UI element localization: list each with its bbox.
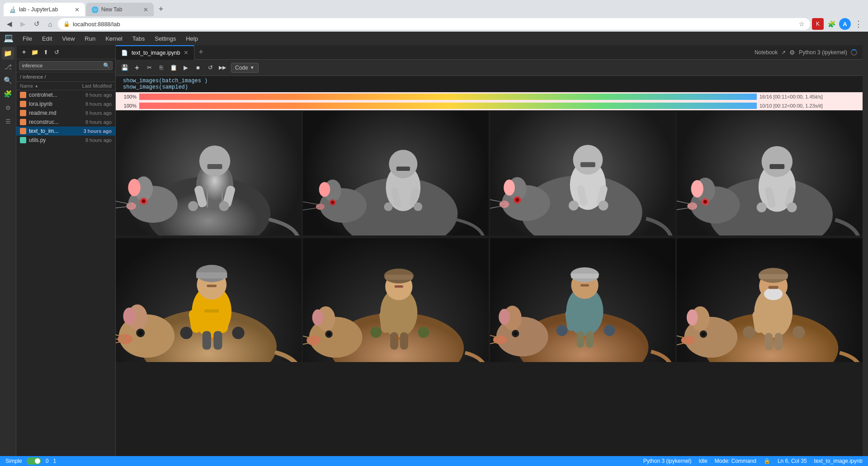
svg-rect-60 [580, 162, 595, 167]
col-name-header[interactable]: Name ▲ [20, 83, 71, 89]
tab-close-icon[interactable]: ✕ [75, 6, 80, 13]
sidebar-icon-files[interactable]: 📁 [2, 47, 14, 60]
scrollbar-area[interactable] [863, 45, 868, 456]
status-error-count: 0 [46, 458, 49, 464]
svg-rect-16 [208, 164, 222, 169]
file-icon-reconstruc [20, 119, 26, 125]
human-rat-svg-2 [303, 238, 489, 362]
tab2-label: New Tab [101, 6, 141, 13]
svg-point-147 [514, 332, 517, 335]
file-item-reconstruc[interactable]: reconstruc... 8 hours ago [16, 118, 115, 127]
svg-rect-158 [571, 273, 598, 278]
col-modified-header[interactable]: Last Modified [71, 83, 112, 89]
menu-file[interactable]: File [18, 34, 37, 43]
status-toggle[interactable] [27, 457, 41, 465]
address-bar[interactable]: 🔒 localhost:8888/lab ☆ [58, 18, 810, 30]
paste-cell-button[interactable]: 📋 [168, 62, 179, 73]
refresh-file-list-button[interactable]: ↺ [52, 47, 61, 57]
restart-kernel-button[interactable]: ↺ [205, 62, 216, 73]
back-button[interactable]: ◀ [4, 18, 15, 30]
file-item-lora[interactable]: lora.ipynb 8 hours ago [16, 99, 115, 108]
svg-point-69 [691, 180, 703, 198]
svg-point-22 [219, 201, 229, 211]
svg-point-189 [743, 326, 755, 339]
menu-help[interactable]: Help [181, 34, 203, 43]
status-kernel-name: Python 3 (ipykernel) [643, 458, 692, 464]
new-folder-button[interactable]: 📁 [30, 47, 40, 57]
run-all-button[interactable]: ▶▶ [217, 62, 228, 73]
image-cell-knight-2 [303, 111, 490, 235]
svg-point-38 [389, 150, 417, 178]
sidebar-icon-search[interactable]: 🔍 [2, 74, 14, 87]
progress-bar-fill-1 [139, 94, 757, 100]
upload-button[interactable]: ⬆ [41, 47, 51, 57]
file-item-text-to-image[interactable]: text_to_im... 3 hours ago [16, 127, 115, 136]
icon-sidebar: 📁 ⎇ 🔍 🧩 ⚙ ☰ [0, 45, 16, 456]
kernel-name: Python 3 (ipykernel) [799, 49, 847, 56]
new-launcher-button[interactable]: + [19, 47, 29, 57]
menu-edit[interactable]: Edit [38, 34, 57, 43]
sidebar-icon-git[interactable]: ⎇ [2, 61, 14, 73]
knight-rat-svg-2 [303, 111, 489, 235]
browser-extension-1[interactable]: K [812, 18, 824, 30]
browser-toolbar: ◀ ▶ ↺ ⌂ 🔒 localhost:8888/lab ☆ K 🧩 A ⋮ [0, 16, 868, 32]
menu-tabs[interactable]: Tabs [128, 34, 149, 43]
cell-type-selector[interactable]: Code ▼ [231, 63, 259, 73]
file-item-utils[interactable]: utils.py 8 hours ago [16, 136, 115, 145]
file-time-text-to-image: 3 hours ago [75, 128, 112, 134]
tab2-close-icon[interactable]: ✕ [143, 6, 148, 13]
svg-point-30 [331, 201, 334, 204]
sort-arrow-icon: ▲ [34, 84, 38, 88]
filter-input[interactable] [19, 61, 113, 70]
status-filename: text_to_image.ipynb [814, 458, 863, 464]
interrupt-kernel-button[interactable]: ■ [193, 62, 203, 73]
image-cell-human-1 [116, 238, 303, 362]
svg-point-119 [307, 335, 320, 345]
file-time-readme: 8 hours ago [75, 110, 112, 116]
file-item-controlnet[interactable]: controlnet... 8 hours ago [16, 90, 115, 99]
cut-cell-button[interactable]: ✂ [144, 62, 155, 73]
menu-view[interactable]: View [57, 34, 79, 43]
status-bar: Simple 0 1 Python 3 (ipykernel) Idle Mod… [0, 456, 868, 466]
new-tab-button[interactable]: + [155, 3, 167, 15]
menu-run[interactable]: Run [80, 34, 100, 43]
insert-cell-button[interactable]: + [132, 62, 142, 73]
svg-point-64 [598, 201, 608, 211]
status-mode-command: Mode: Command [715, 458, 756, 464]
browser-menu-icon[interactable]: ⋮ [853, 18, 864, 30]
tab-label: lab - JupyterLab [19, 6, 72, 13]
sidebar-icon-extensions[interactable]: 🧩 [2, 88, 14, 100]
sidebar-icon-table-of-contents[interactable]: ☰ [2, 115, 14, 127]
copy-cell-button[interactable]: ⎘ [156, 62, 167, 73]
notebook-add-tab[interactable]: + [194, 46, 207, 59]
open-in-new-icon[interactable]: ↗ [781, 49, 786, 56]
forward-button[interactable]: ▶ [17, 18, 29, 30]
home-button[interactable]: ⌂ [44, 18, 56, 30]
menubar: 💻 File Edit View Run Kernel Tabs Setting… [0, 32, 868, 45]
browser-tab-inactive[interactable]: 🌐 New Tab ✕ [86, 3, 154, 16]
sidebar-icon-property-inspector[interactable]: ⚙ [2, 101, 14, 114]
settings-icon[interactable]: ⚙ [789, 49, 795, 56]
toggle-pill[interactable] [27, 457, 41, 465]
menu-kernel[interactable]: Kernel [101, 34, 127, 43]
status-cursor: Ln 6, Col 35 [778, 458, 807, 464]
browser-extension-2[interactable]: 🧩 [826, 18, 837, 30]
menu-settings[interactable]: Settings [150, 34, 180, 43]
app-container: 💻 File Edit View Run Kernel Tabs Setting… [0, 32, 868, 466]
browser-profile[interactable]: A [839, 18, 851, 30]
file-panel-toolbar: + 📁 ⬆ ↺ [16, 45, 115, 59]
file-item-readme[interactable]: readme.md 8 hours ago [16, 108, 115, 118]
knight-rat-svg-3 [490, 111, 676, 235]
bookmark-icon[interactable]: ☆ [799, 20, 805, 28]
browser-tabs: 🔬 lab - JupyterLab ✕ 🌐 New Tab ✕ + [0, 0, 868, 16]
notebook-tab-text-to-image[interactable]: 📄 text_to_image.ipynb ✕ [116, 45, 194, 60]
browser-tab-active[interactable]: 🔬 lab - JupyterLab ✕ [4, 3, 85, 16]
progress-bar-wrap-1 [139, 94, 757, 100]
run-cell-button[interactable]: ▶ [180, 62, 191, 73]
reload-button[interactable]: ↺ [31, 18, 42, 30]
notebook-tab-close-icon[interactable]: ✕ [184, 49, 189, 56]
save-button[interactable]: 💾 [119, 62, 130, 73]
progress-info-1: 16/16 [00:11<00:00, 1.45it/s] [760, 94, 859, 99]
svg-point-190 [793, 326, 805, 339]
progress-bar-fill-2 [139, 103, 757, 109]
